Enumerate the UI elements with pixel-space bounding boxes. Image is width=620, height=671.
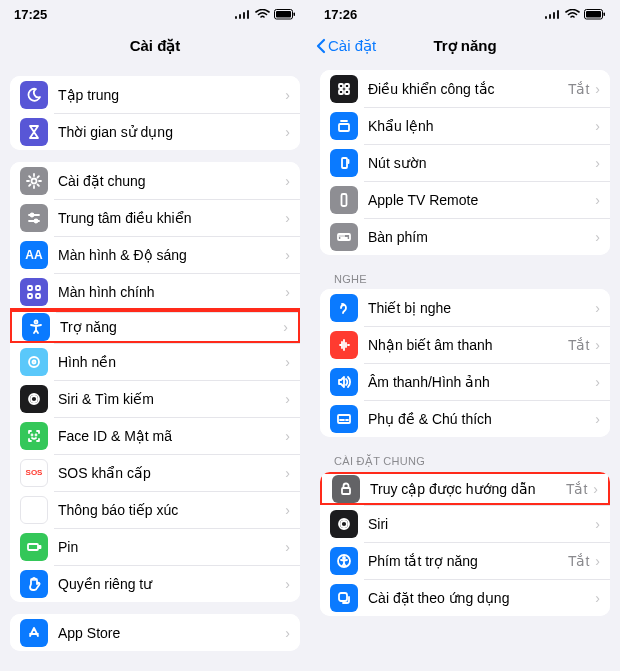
row-detail: Tắt xyxy=(568,81,589,97)
row-audio-visual[interactable]: Âm thanh/Hình ảnh › xyxy=(320,363,610,400)
row-accessibility-highlighted[interactable]: Trợ năng › xyxy=(10,308,300,345)
chevron-right-icon: › xyxy=(595,337,600,353)
row-side-button[interactable]: Nút sườn › xyxy=(320,144,610,181)
svg-point-47 xyxy=(343,557,345,559)
row-switch-control[interactable]: Điều khiển công tắc Tắt › xyxy=(320,70,610,107)
row-label: Khẩu lệnh xyxy=(368,118,595,134)
row-display[interactable]: AA Màn hình & Độ sáng › xyxy=(10,236,300,273)
apps-grid-icon xyxy=(20,278,48,306)
row-label: App Store xyxy=(58,625,285,641)
remote-icon xyxy=(330,186,358,214)
row-appletv-remote[interactable]: Apple TV Remote › xyxy=(320,181,610,218)
status-time: 17:26 xyxy=(324,7,357,22)
chevron-left-icon xyxy=(316,38,326,54)
chevron-right-icon: › xyxy=(595,411,600,427)
accessibility-list[interactable]: Điều khiển công tắc Tắt › Khẩu lệnh › Nú… xyxy=(310,64,620,671)
status-indicators xyxy=(235,9,296,20)
row-wallpaper[interactable]: Hình nền › xyxy=(10,343,300,380)
row-guided-access-highlighted[interactable]: Truy cập được hướng dẫn Tắt › xyxy=(320,472,610,507)
row-label: Pin xyxy=(58,539,285,555)
row-label: Cài đặt chung xyxy=(58,173,285,189)
chevron-right-icon: › xyxy=(593,481,598,497)
chevron-right-icon: › xyxy=(285,576,290,592)
svg-rect-8 xyxy=(28,286,32,290)
chevron-right-icon: › xyxy=(285,247,290,263)
row-general[interactable]: Cài đặt chung › xyxy=(10,162,300,199)
row-faceid[interactable]: Face ID & Mật mã › xyxy=(10,417,300,454)
chevron-right-icon: › xyxy=(285,124,290,140)
svg-point-3 xyxy=(32,178,37,183)
battery-icon-row xyxy=(20,533,48,561)
row-label: Apple TV Remote xyxy=(368,192,595,208)
svg-rect-29 xyxy=(339,90,343,94)
sos-icon: SOS xyxy=(20,459,48,487)
svg-rect-25 xyxy=(586,11,601,18)
group: Truy cập được hướng dẫn Tắt › Siri › Phí… xyxy=(320,472,610,616)
status-time: 17:25 xyxy=(14,7,47,22)
svg-rect-31 xyxy=(339,124,349,131)
svg-point-14 xyxy=(33,360,36,363)
row-siri[interactable]: Siri & Tìm kiếm › xyxy=(10,380,300,417)
speaker-icon xyxy=(330,368,358,396)
back-button[interactable]: Cài đặt xyxy=(316,37,376,55)
ear-icon xyxy=(330,294,358,322)
row-control-center[interactable]: Trung tâm điều khiển › xyxy=(10,199,300,236)
settings-list[interactable]: Tập trung › Thời gian sử dụng › Cài đặt … xyxy=(0,64,310,671)
exposure-icon xyxy=(20,496,48,524)
row-exposure[interactable]: Thông báo tiếp xúc › xyxy=(10,491,300,528)
chevron-right-icon: › xyxy=(595,155,600,171)
row-per-app[interactable]: Cài đặt theo ứng dụng › xyxy=(320,579,610,616)
page-title: Cài đặt xyxy=(130,37,181,55)
navbar: Cài đặt xyxy=(0,28,310,64)
status-indicators xyxy=(545,9,606,20)
row-screentime[interactable]: Thời gian sử dụng › xyxy=(10,113,300,150)
svg-rect-43 xyxy=(342,488,350,494)
status-bar: 17:25 xyxy=(0,0,310,28)
row-sound-recognition[interactable]: Nhận biết âm thanh Tắt › xyxy=(320,326,610,363)
battery-icon xyxy=(274,9,296,20)
lock-icon xyxy=(332,475,360,503)
row-label: Phụ đề & Chú thích xyxy=(368,411,595,427)
row-hearing-devices[interactable]: Thiết bị nghe › xyxy=(320,289,610,326)
row-privacy[interactable]: Quyền riêng tư › xyxy=(10,565,300,602)
chevron-right-icon: › xyxy=(285,625,290,641)
svg-rect-23 xyxy=(39,546,41,548)
row-shortcut[interactable]: Phím tắt trợ năng Tắt › xyxy=(320,542,610,579)
svg-point-13 xyxy=(29,357,39,367)
row-voice-control[interactable]: Khẩu lệnh › xyxy=(320,107,610,144)
row-battery[interactable]: Pin › xyxy=(10,528,300,565)
row-detail: Tắt xyxy=(566,481,587,497)
row-label: Thông báo tiếp xúc xyxy=(58,502,285,518)
side-button-icon xyxy=(330,149,358,177)
row-label: Màn hình chính xyxy=(58,284,285,300)
svg-rect-48 xyxy=(339,593,347,601)
svg-rect-28 xyxy=(345,84,349,88)
hourglass-icon xyxy=(20,118,48,146)
page-title: Trợ năng xyxy=(433,37,496,55)
chevron-right-icon: › xyxy=(595,553,600,569)
sound-recognition-icon xyxy=(330,331,358,359)
row-app-store[interactable]: App Store › xyxy=(10,614,300,651)
row-keyboard[interactable]: Bàn phím › xyxy=(320,218,610,255)
chevron-right-icon: › xyxy=(285,354,290,370)
row-sos[interactable]: SOS SOS khẩn cấp › xyxy=(10,454,300,491)
gear-icon xyxy=(20,167,48,195)
signal-icon xyxy=(235,9,251,19)
svg-rect-22 xyxy=(28,544,38,550)
row-focus[interactable]: Tập trung › xyxy=(10,76,300,113)
row-label: Tập trung xyxy=(58,87,285,103)
row-label: Điều khiển công tắc xyxy=(368,81,568,97)
chevron-right-icon: › xyxy=(595,81,600,97)
navbar: Cài đặt Trợ năng xyxy=(310,28,620,64)
row-siri-access[interactable]: Siri › xyxy=(320,505,610,542)
svg-rect-30 xyxy=(345,90,349,94)
group: Thiết bị nghe › Nhận biết âm thanh Tắt ›… xyxy=(320,289,610,437)
svg-rect-32 xyxy=(342,158,347,168)
accessibility-shortcut-icon xyxy=(330,547,358,575)
svg-point-17 xyxy=(32,434,33,435)
focus-icon xyxy=(20,81,48,109)
group: Tập trung › Thời gian sử dụng › xyxy=(10,76,300,150)
row-label: Siri & Tìm kiếm xyxy=(58,391,285,407)
row-home-screen[interactable]: Màn hình chính › xyxy=(10,273,300,310)
row-subtitles[interactable]: Phụ đề & Chú thích › xyxy=(320,400,610,437)
